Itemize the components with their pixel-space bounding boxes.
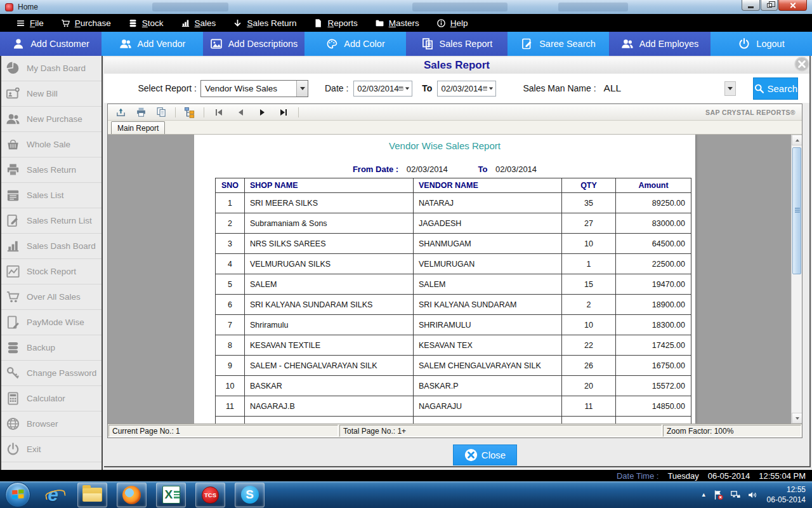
scroll-up-button[interactable] [792, 135, 802, 145]
sidebar-item-sales-return-list[interactable]: Sales Return List [1, 208, 102, 234]
close-report-button[interactable]: Close [453, 444, 517, 465]
panel-close-button[interactable] [794, 57, 809, 72]
add-vendor-button[interactable]: Add Vendor [102, 32, 203, 56]
id-card-icon [6, 86, 20, 101]
logout-button[interactable]: Logout [710, 32, 812, 56]
report-date-range: From Date : 02/03/2014 To 02/03/2014 [194, 164, 695, 174]
previous-page-button[interactable] [233, 107, 247, 118]
tray-clock[interactable]: 12:55 06-05-2014 [767, 485, 806, 505]
toolbar-separator [298, 107, 299, 117]
folder-icon [375, 18, 384, 28]
internet-explorer-icon: e [48, 484, 58, 505]
search-button[interactable]: Search [753, 77, 798, 100]
edit-doc-icon [6, 213, 20, 228]
print-button[interactable] [134, 107, 147, 118]
network-icon[interactable] [730, 490, 741, 500]
menu-reports[interactable]: Reports [313, 18, 357, 28]
table-row: 9SALEM - CHENGALVARAYAN SILKSALEM CHENGA… [216, 356, 691, 376]
dropdown-button[interactable] [296, 81, 308, 97]
calendar-icon [483, 84, 488, 93]
first-page-button[interactable] [212, 107, 226, 118]
report-tab-row: Main Report [108, 121, 802, 135]
menu-file[interactable]: File [16, 18, 44, 28]
sidebar-item-my-dash-board[interactable]: My Dash Board [1, 56, 102, 81]
taskbar-file-explorer[interactable] [77, 483, 107, 507]
add-customer-button[interactable]: Add Customer [0, 32, 102, 56]
datetime-label: Date Time : [617, 471, 658, 481]
sidebar-item-sales-dash-board[interactable]: Sales Dash Board [1, 234, 102, 259]
taskbar-internet-explorer[interactable]: e [38, 483, 68, 507]
down-arrow-icon [233, 18, 242, 28]
sidebar-item-new-bill[interactable]: New Bill [1, 81, 102, 107]
background-window-ghost [152, 3, 228, 11]
copy-button[interactable] [155, 107, 167, 118]
minimize-icon [748, 6, 754, 8]
action-center-flag-icon[interactable] [713, 490, 724, 500]
menu-sales[interactable]: Sales [181, 18, 216, 28]
sales-report-panel: Sales Report Select Report : Vendor Wise… [104, 56, 812, 470]
report-page: Vendor Wise Sales Report From Date : 02/… [194, 135, 695, 424]
table-row: 2Subramaniam & SonsJAGADESH2783000.00 [216, 213, 691, 234]
chevron-up-icon [796, 139, 799, 142]
last-page-button[interactable] [277, 107, 291, 118]
salesman-dropdown-button[interactable] [724, 81, 736, 96]
salesman-value[interactable]: ALL [604, 83, 622, 94]
panel-frame [104, 466, 811, 467]
restore-button[interactable] [761, 0, 778, 11]
sidebar-item-over-all-sales[interactable]: Over All Sales [1, 284, 102, 310]
sidebar-item-exit[interactable]: Exit [1, 437, 102, 462]
start-button[interactable] [5, 482, 30, 507]
scroll-down-button[interactable] [792, 413, 802, 424]
sidebar-item-new-purchase[interactable]: New Purchase [1, 107, 102, 132]
taskbar-skype[interactable]: S [235, 483, 265, 507]
taskbar-firefox[interactable] [117, 483, 147, 507]
people-icon [621, 37, 634, 50]
export-button[interactable] [114, 107, 127, 118]
tcs-icon: TCS [202, 486, 219, 504]
sidebar-item-paymode-wise[interactable]: PayMode Wise [1, 310, 102, 335]
sidebar-item-calculator[interactable]: Calculator [1, 386, 102, 411]
menu-stock[interactable]: Stock [128, 18, 164, 28]
taskbar-apps: e X TCS S [38, 483, 265, 507]
sidebar-item-sales-return[interactable]: Sales Return [1, 157, 102, 183]
date-to-input[interactable]: 02/03/2014 [437, 81, 496, 97]
sidebar-item-stock-report[interactable]: Stock Report [1, 259, 102, 284]
vertical-scrollbar[interactable] [791, 135, 802, 424]
report-type-select[interactable]: Vendor Wise Sales [200, 80, 308, 97]
saree-search-button[interactable]: Saree Search [508, 32, 609, 56]
date-from-input[interactable]: 02/03/2014 [353, 81, 412, 97]
sidebar-item-whole-sale[interactable]: Whole Sale [1, 132, 102, 157]
sales-report-button[interactable]: Sales Report [406, 32, 508, 56]
tab-main-report[interactable]: Main Report [111, 121, 165, 134]
sidebar-item-browser[interactable]: Browser [1, 411, 102, 437]
taskbar-excel[interactable]: X [156, 483, 186, 507]
application-window: Home File Purchase Stock Sales Sales Ret… [0, 0, 812, 508]
scrollbar-thumb[interactable] [792, 147, 801, 274]
date-label: Date : [325, 83, 348, 93]
taskbar-tcs-app[interactable]: TCS [195, 483, 225, 507]
menu-help[interactable]: Help [436, 18, 468, 28]
minimize-button[interactable] [742, 0, 760, 11]
add-employes-button[interactable]: Add Employes [609, 32, 710, 56]
sidebar-item-change-password[interactable]: Change Password [1, 361, 102, 386]
sidebar-item-sales-list[interactable]: Sales List [1, 183, 102, 208]
document-icon [313, 18, 323, 28]
menu-sales-return[interactable]: Sales Return [233, 18, 296, 28]
table-row: 1SRI MEERA SILKSNATARAJ3589250.00 [216, 193, 691, 213]
status-zoom-factor: Zoom Factor: 100% [663, 425, 801, 437]
excel-icon: X [162, 486, 180, 504]
close-window-button[interactable] [778, 0, 807, 11]
menubar: File Purchase Stock Sales Sales Return R… [0, 14, 812, 32]
add-descriptions-button[interactable]: Add Descriptions [203, 32, 304, 56]
datetime-day: Tuesday [667, 471, 698, 481]
printer-icon [6, 163, 20, 177]
menu-masters[interactable]: Masters [375, 18, 419, 28]
add-color-button[interactable]: Add Color [304, 32, 406, 56]
menu-purchase[interactable]: Purchase [61, 18, 111, 28]
windows-logo-icon [12, 490, 24, 500]
volume-icon[interactable] [747, 490, 758, 500]
show-hidden-icons-button[interactable]: ▲ [701, 491, 707, 498]
sidebar-item-backup[interactable]: Backup [1, 335, 102, 361]
toggle-group-tree-button[interactable] [183, 107, 196, 118]
next-page-button[interactable] [255, 107, 269, 118]
